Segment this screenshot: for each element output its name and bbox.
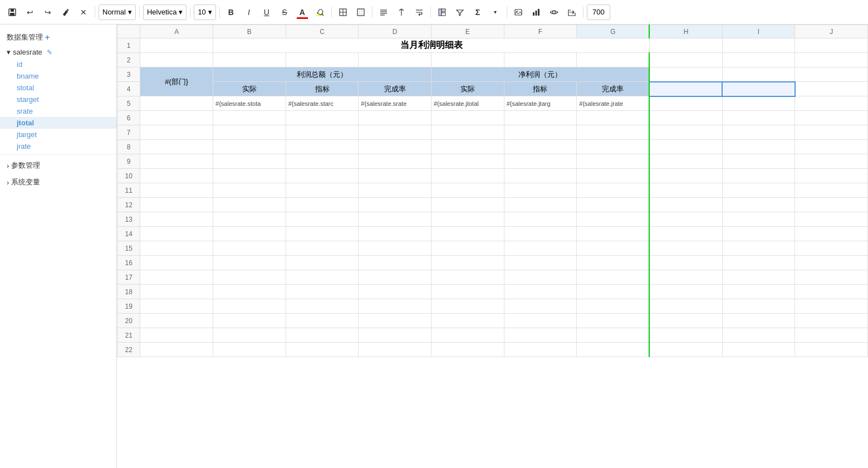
svg-rect-21 [442,13,445,16]
col-header-i[interactable]: I [722,25,795,38]
sum-button[interactable]: Σ [470,4,486,20]
cell-j4[interactable] [795,82,868,96]
cell-title[interactable]: 当月利润明细表 [213,38,650,53]
table-row: 10 [117,169,868,183]
column-header-row: A B C D E F G H I J [117,25,868,38]
field-jtarget[interactable]: jtarget [0,129,116,140]
sum-dropdown-button[interactable]: ▾ [488,4,503,20]
sep2 [139,7,140,18]
col-header-d[interactable]: D [359,25,431,38]
field-jtotal[interactable]: jtotal [0,117,116,129]
col-header-e[interactable]: E [431,25,504,38]
filter-button[interactable] [452,4,468,20]
cell-i3[interactable] [722,67,795,82]
cell-i1[interactable] [722,38,795,53]
row-num-21: 21 [117,328,140,343]
cell-c4[interactable]: 指标 [286,82,359,96]
size-select[interactable]: 10 ▾ [194,4,215,20]
strikethrough-button[interactable]: S [277,4,292,20]
cell-b2[interactable] [213,53,286,67]
fill-color-button[interactable] [312,4,328,20]
cell-profit-group[interactable]: 利润总额（元） [213,67,431,82]
col-header-g[interactable]: G [577,25,650,38]
insert-image-button[interactable] [511,4,526,20]
align-h-button[interactable] [376,4,391,20]
cell-f4[interactable]: 指标 [504,82,577,96]
edit-dataset-icon[interactable]: ✎ [47,48,52,56]
col-header-h[interactable]: H [649,25,722,38]
cell-b5[interactable]: #{salesrate.stota [213,96,286,111]
col-header-c[interactable]: C [286,25,359,38]
field-bname[interactable]: bname [0,70,116,82]
cell-e5[interactable]: #{salesrate.jtotal [431,96,504,111]
field-srate[interactable]: srate [0,105,116,117]
salesrate-dataset[interactable]: ▾ salesrate ✎ [0,46,116,58]
cell-j1[interactable] [795,38,868,53]
merge-button[interactable] [353,4,369,20]
cell-h5[interactable] [649,96,722,111]
vars-section[interactable]: › 系统变量 [0,174,116,191]
cell-h3[interactable] [649,67,722,82]
table-row: 1 当月利润明细表 [117,38,868,53]
cell-f2[interactable] [504,53,577,67]
cell-i2[interactable] [722,53,795,67]
cell-d5[interactable]: #{salesrate.srate [359,96,431,111]
cell-a5[interactable] [140,96,213,111]
spreadsheet: A B C D E F G H I J 1 当月利润明细表 [117,25,868,357]
zoom-input[interactable]: 700 [587,4,610,20]
cell-g4[interactable]: 完成率 [577,82,650,96]
cell-e2[interactable] [431,53,504,67]
params-section[interactable]: › 参数管理 [0,157,116,174]
row-num-4: 4 [117,82,140,96]
cell-d2[interactable] [359,53,431,67]
cell-d4[interactable]: 完成率 [359,82,431,96]
cell-h4-selected[interactable] [649,82,722,96]
share-button[interactable] [564,4,580,20]
insert-chart-button[interactable] [528,4,544,20]
field-stotal[interactable]: stotal [0,82,116,94]
wrap-button[interactable] [411,4,427,20]
undo-button[interactable]: ↩ [22,4,38,20]
cell-j3[interactable] [795,67,868,82]
cell-b4[interactable]: 实际 [213,82,286,96]
cell-g2[interactable] [577,53,650,67]
save-button[interactable] [4,4,20,20]
col-header-f[interactable]: F [504,25,577,38]
col-header-j[interactable]: J [795,25,868,38]
bold-button[interactable]: B [223,4,239,20]
cell-dept[interactable]: #(部门} [140,67,213,96]
cell-e4[interactable]: 实际 [431,82,504,96]
cell-i4-selected[interactable] [722,82,795,96]
cell-h1[interactable] [649,38,722,53]
eye-button[interactable] [546,4,562,20]
field-starget[interactable]: starget [0,94,116,105]
borders-button[interactable] [335,4,351,20]
font-color-button[interactable]: A [295,4,310,20]
cell-h2[interactable] [649,53,722,67]
align-v-button[interactable] [394,4,409,20]
cell-f5[interactable]: #{salesrate.jtarg [504,96,577,111]
field-jrate[interactable]: jrate [0,140,116,152]
font-select[interactable]: Helvetica ▾ [143,4,187,20]
freeze-button[interactable] [434,4,450,20]
spreadsheet-container[interactable]: A B C D E F G H I J 1 当月利润明细表 [117,25,868,468]
cell-a2[interactable] [140,53,213,67]
italic-button[interactable]: I [241,4,257,20]
cell-c2[interactable] [286,53,359,67]
format-paint-button[interactable] [58,4,73,20]
style-select[interactable]: Normal ▾ [99,4,136,20]
col-header-b[interactable]: B [213,25,286,38]
cell-j5[interactable] [795,96,868,111]
underline-button[interactable]: U [259,4,274,20]
cell-net-group[interactable]: 净利润（元） [431,67,650,82]
cell-i5[interactable] [722,96,795,111]
redo-button[interactable]: ↪ [40,4,56,20]
cell-j2[interactable] [795,53,868,67]
field-id[interactable]: id [0,58,116,70]
cell-g5[interactable]: #{salesrate.jrate [577,96,650,111]
cell-a1[interactable] [140,38,213,53]
clear-button[interactable]: ✕ [76,4,91,20]
cell-c5[interactable]: #{salesrate.starc [286,96,359,111]
col-header-a[interactable]: A [140,25,213,38]
add-dataset-button[interactable]: + [45,33,50,42]
